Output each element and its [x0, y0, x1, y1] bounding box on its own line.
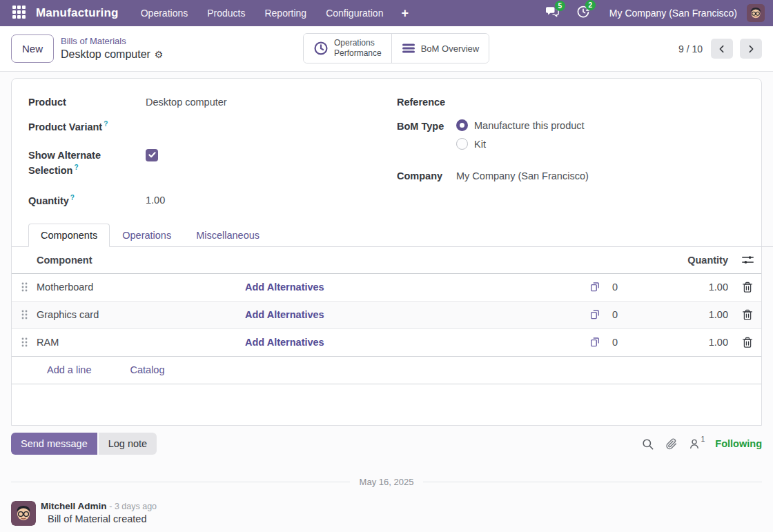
show-alternate-label: Show Alternate Selection? — [28, 148, 146, 178]
radio-unselected-icon — [456, 138, 468, 150]
send-message-button[interactable]: Send message — [11, 433, 97, 455]
fields-left-column: Product Desktop computer Product Variant… — [28, 95, 376, 208]
quantity-cell[interactable]: 1.00 — [651, 309, 734, 320]
company-field[interactable]: My Company (San Francisco) — [456, 169, 589, 184]
nav-menu-configuration[interactable]: Configuration — [317, 0, 391, 26]
log-note-button[interactable]: Log note — [99, 433, 157, 455]
search-messages-icon[interactable] — [641, 437, 654, 451]
trash-icon — [742, 337, 753, 348]
breadcrumb: Bills of Materials Desktop computer ⚙ — [61, 36, 163, 62]
component-name-cell[interactable]: Graphics card — [37, 309, 245, 320]
table-row: Graphics card Add Alternatives 0 1.00 — [12, 302, 761, 329]
attachment-paperclip-icon[interactable] — [665, 437, 678, 451]
nav-menu-reporting[interactable]: Reporting — [256, 0, 315, 26]
apps-grid-icon[interactable] — [12, 6, 28, 21]
message-timestamp: - 3 days ago — [109, 502, 157, 511]
optional-columns-button[interactable] — [734, 254, 761, 266]
nav-menu-products[interactable]: Products — [199, 0, 253, 26]
company-switcher[interactable]: My Company (San Francisco) — [609, 8, 737, 19]
column-header-quantity[interactable]: Quantity — [651, 255, 734, 266]
add-alternatives-link[interactable]: Add Alternatives — [245, 309, 324, 320]
add-alternatives-link[interactable]: Add Alternatives — [245, 282, 324, 293]
catalog-link[interactable]: Catalog — [130, 364, 165, 375]
followers-count: 1 — [701, 435, 705, 443]
app-name[interactable]: Manufacturing — [36, 6, 119, 20]
alternatives-count: 0 — [612, 309, 618, 320]
followers-icon[interactable]: 1 — [688, 437, 705, 450]
company-label: Company — [397, 169, 456, 184]
add-a-line-link[interactable]: Add a line — [47, 364, 92, 375]
nav-menu-operations[interactable]: Operations — [133, 0, 196, 26]
bom-overview-button[interactable]: BoM Overview — [391, 34, 489, 63]
table-row: Motherboard Add Alternatives 0 1.00 — [12, 274, 761, 302]
tab-miscellaneous[interactable]: Miscellaneous — [184, 224, 272, 247]
activities-icon[interactable]: 2 — [569, 5, 597, 21]
column-header-component[interactable]: Component — [37, 255, 245, 266]
drag-handle-icon[interactable] — [12, 337, 37, 347]
bom-type-option-manufacture[interactable]: Manufacture this product — [456, 119, 585, 131]
activities-badge: 2 — [585, 0, 596, 10]
add-alternatives-link[interactable]: Add Alternatives — [245, 337, 324, 348]
pager-previous-button[interactable] — [711, 39, 733, 59]
alternatives-count: 0 — [612, 337, 618, 348]
alternatives-count: 0 — [612, 282, 618, 293]
pager-value: 9 / 10 — [678, 43, 703, 55]
trash-icon — [742, 309, 753, 321]
date-separator-label: May 16, 2025 — [360, 477, 414, 487]
reference-label: Reference — [397, 95, 456, 110]
bom-type-option-kit[interactable]: Kit — [456, 138, 585, 150]
delete-row-button[interactable] — [734, 309, 761, 321]
stat1-line1: Operations — [334, 38, 375, 48]
pager-next-button[interactable] — [740, 39, 762, 59]
quantity-cell[interactable]: 1.00 — [651, 337, 734, 348]
pager: 9 / 10 — [678, 39, 762, 59]
message-author[interactable]: Mitchell Admin — [41, 501, 107, 511]
radio-selected-icon — [456, 119, 468, 131]
product-variant-label: Product Variant? — [28, 119, 146, 135]
product-label: Product — [28, 95, 146, 110]
breadcrumb-link[interactable]: Bills of Materials — [61, 36, 163, 48]
nav-plus-icon[interactable]: + — [394, 6, 415, 21]
copy-pages-icon[interactable] — [589, 281, 601, 293]
help-icon: ? — [104, 120, 108, 128]
message-avatar[interactable] — [11, 501, 36, 526]
components-table: Component Quantity Motherboard Add Alter… — [12, 247, 761, 384]
messages-icon[interactable]: 5 — [538, 6, 567, 21]
following-button[interactable]: Following — [715, 438, 762, 449]
operations-performance-button[interactable]: Operations Performance — [304, 34, 391, 63]
messages-badge: 5 — [555, 1, 565, 11]
copy-pages-icon[interactable] — [589, 336, 601, 348]
user-avatar[interactable] — [747, 4, 765, 22]
sliders-icon — [741, 254, 754, 266]
delete-row-button[interactable] — [734, 337, 761, 348]
copy-pages-icon[interactable] — [589, 308, 601, 321]
quantity-cell[interactable]: 1.00 — [651, 282, 734, 293]
bom-type-label: BoM Type — [397, 119, 456, 134]
new-button[interactable]: New — [11, 35, 54, 63]
drag-handle-icon[interactable] — [12, 282, 37, 292]
chevron-left-icon — [716, 43, 727, 55]
component-name-cell[interactable]: Motherboard — [37, 282, 245, 293]
control-panel: New Bills of Materials Desktop computer … — [0, 26, 773, 72]
fields-right-column: Reference BoM Type Manufacture this prod… — [397, 95, 745, 208]
table-footer-row: Add a line Catalog — [12, 357, 761, 384]
component-name-cell[interactable]: RAM — [37, 337, 245, 348]
product-field[interactable]: Desktop computer — [146, 95, 227, 110]
date-separator: May 16, 2025 — [11, 477, 762, 487]
show-alternate-checkbox[interactable] — [146, 149, 158, 161]
quantity-label: Quantity? — [28, 193, 146, 208]
quantity-field[interactable]: 1.00 — [146, 193, 165, 208]
help-icon: ? — [74, 164, 78, 171]
delete-row-button[interactable] — [734, 282, 761, 293]
clock-icon — [313, 41, 329, 56]
table-row: RAM Add Alternatives 0 1.00 — [12, 329, 761, 357]
tab-operations[interactable]: Operations — [110, 224, 184, 247]
trash-icon — [742, 282, 753, 293]
gear-icon[interactable]: ⚙ — [155, 48, 164, 61]
top-navbar: Manufacturing Operations Products Report… — [0, 0, 773, 26]
tab-components[interactable]: Components — [28, 224, 110, 247]
drag-handle-icon[interactable] — [12, 310, 37, 319]
message-body: Bill of Material created — [41, 513, 157, 524]
form-sheet: Product Desktop computer Product Variant… — [11, 78, 762, 426]
chatter-message: Mitchell Admin - 3 days ago Bill of Mate… — [11, 501, 762, 526]
